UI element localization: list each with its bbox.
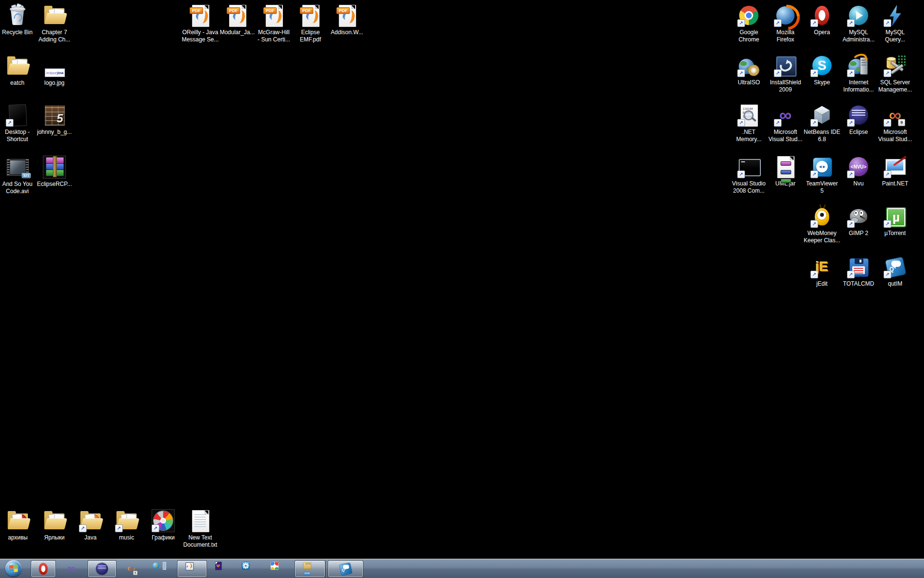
totalcmd-icon: ↗ [847, 255, 870, 278]
teamviewer-icon: ◄►↗ [810, 155, 834, 178]
desktop-icon-addison-w[interactable]: PDFAddison.W... [321, 4, 373, 36]
desktop-icon-new-text-document[interactable]: New TextDocument.txt [174, 509, 227, 549]
shortcut-arrow-icon: ↗ [737, 69, 745, 77]
icon-label-line: EclipseRCP... [28, 181, 81, 188]
eclipse-glyph [95, 562, 109, 576]
desktop-icon-sql-server-management[interactable]: ↗SQL ServerManageme... [869, 54, 922, 93]
icon-label: MySQLQuery... [869, 29, 922, 43]
iis-icon: ↗ [847, 54, 870, 77]
desktop-icon-microsoft-visual-studio-9[interactable]: ∞9↗MicrosoftVisual Stud... [869, 104, 922, 143]
taskbar-button-google-app[interactable] [267, 560, 288, 577]
taskbar-button-settings-gear-app[interactable] [238, 560, 259, 577]
shortcut-arrow-icon: ↗ [847, 171, 855, 178]
google-app-icon [270, 561, 284, 576]
icon-label-line: µTorrent [869, 230, 922, 237]
mysqlquery-icon: ↗ [884, 4, 907, 27]
pdf-icon: PDF [262, 4, 285, 27]
taskbar-button-visual-studio[interactable]: ∞ [61, 560, 82, 577]
icon-label: Paint.NET [869, 180, 922, 187]
shortcut-arrow-icon: ↗ [847, 271, 855, 278]
sqlsrv-icon: ↗ [884, 54, 907, 77]
shortcut-arrow-icon: ↗ [847, 19, 855, 27]
desktop-icon-logo-jpg[interactable]: eclipse)linklogo.jpg [28, 54, 81, 87]
desktop-icon-utorrent[interactable]: µ↗µTorrent [869, 205, 922, 237]
folder-icon [6, 54, 29, 78]
icon-label: logo.jpg [28, 79, 81, 87]
shortcut-arrow-icon: ↗ [774, 69, 782, 77]
desktop-icon-johnny-b-g[interactable]: 5johnny_b_g... [28, 104, 81, 136]
chrome-icon: ↗ [737, 4, 760, 27]
icon-label-line: Chapter 7 [28, 29, 81, 36]
nvu-icon: <NVU>↗ [847, 155, 870, 178]
shortcut-arrow-icon: ↗ [79, 525, 87, 532]
icon-label: Addison.W... [321, 29, 373, 36]
icon-label-line: Document.txt [174, 541, 227, 549]
desktop-icon-mysql-query[interactable]: ↗MySQLQuery... [869, 4, 922, 43]
netmem-icon: 110100 010011 101101↗ [737, 104, 760, 127]
folder-icon [43, 4, 66, 27]
taskbar-button-purple-document-app[interactable]: Ψ [211, 560, 231, 577]
taskbar-button-opera[interactable] [31, 560, 56, 578]
msvs-icon: ∞↗ [774, 104, 797, 127]
taskbar-button-start[interactable] [2, 560, 25, 577]
icon-label: SQL ServerManageme... [869, 79, 922, 93]
guitar-icon: 5 [43, 104, 66, 127]
desktop-icon-chapter-7-adding[interactable]: Chapter 7Adding Ch... [28, 4, 81, 43]
shortcut-arrow-icon: ↗ [810, 119, 818, 127]
taskbar-button-eclipse[interactable] [88, 560, 116, 578]
shortcut-arrow-icon: ↗ [6, 119, 13, 127]
shortcut-arrow-icon: ↗ [884, 69, 891, 77]
taskbar-button-windows-explorer[interactable] [295, 560, 325, 578]
desktop-icon-eclipsercp[interactable]: EclipseRCP... [28, 156, 81, 188]
folderjava-icon: ↗ [79, 509, 102, 532]
utorrent-icon: µ↗ [884, 205, 907, 228]
vscmd-icon: ↗ [737, 155, 760, 178]
icon-label-line: Shortcut [0, 136, 44, 143]
msvs9-glyph: ∞9 [124, 561, 139, 576]
icon-label-line: SQL Server [869, 79, 922, 86]
opera-icon: ↗ [810, 4, 834, 27]
pdf-icon: PDF [189, 4, 212, 27]
windows-start-orb-icon [5, 560, 22, 577]
icon-label: New TextDocument.txt [174, 534, 227, 549]
opera-glyph [36, 562, 51, 576]
logothumb-icon: eclipse)link [43, 54, 66, 78]
foxit-glyph [185, 562, 199, 576]
icon-label-line: logo.jpg [28, 79, 81, 87]
icon-label: johnny_b_g... [28, 129, 81, 136]
msvs-glyph: ∞ [64, 561, 78, 576]
taskbar-button-visual-studio-2008[interactable]: ∞9 [120, 560, 142, 577]
windows-media-player-icon [152, 561, 167, 576]
icon-label: Chapter 7Adding Ch... [28, 29, 81, 43]
taskbar-button-qutim[interactable]: Q [328, 560, 363, 578]
shortcut-arrow-icon: ↗ [737, 171, 745, 178]
icon-label-line: johnny_b_g... [28, 129, 81, 136]
avi-icon: 321 [6, 156, 29, 179]
mysqladmin-icon: ↗ [847, 4, 870, 27]
shortcut-arrow-icon: ↗ [152, 525, 159, 532]
shortcut-arrow-icon: ↗ [737, 119, 745, 127]
icon-label: EclipseRCP... [28, 181, 81, 188]
ultraiso-icon: ↗ [737, 54, 760, 77]
desktop-icon-paint-net[interactable]: ↗Paint.NET [869, 155, 922, 187]
icon-label-line: Query... [869, 36, 922, 43]
shortcut-arrow-icon: ↗ [774, 19, 782, 27]
opera-icon [36, 562, 51, 576]
shortcut-arrow-icon: ↗ [810, 19, 818, 27]
taskbar-button-foxit-reader[interactable] [177, 560, 207, 578]
desktop-icon-qutim[interactable]: Q↗qutIM [869, 255, 922, 288]
netbeans-icon: ↗ [810, 104, 834, 127]
googleapp-glyph [270, 561, 284, 576]
icon-label-line: Keeper Clas... [796, 237, 848, 244]
installshield-icon: ↗ [774, 54, 797, 77]
webmoney-icon: ↗ [810, 205, 834, 228]
txt-icon [189, 509, 212, 532]
pdf-icon: PDF [335, 4, 359, 27]
taskbar-button-windows-media-player[interactable] [148, 560, 170, 577]
shortcut-arrow-icon: ↗ [884, 171, 891, 178]
winrar-icon [43, 156, 66, 179]
shortcut-arrow-icon: ↗ [810, 220, 818, 228]
blackcover-icon: ↗ [6, 104, 29, 127]
windows-explorer-icon [303, 562, 317, 576]
umljar-icon [774, 155, 797, 178]
